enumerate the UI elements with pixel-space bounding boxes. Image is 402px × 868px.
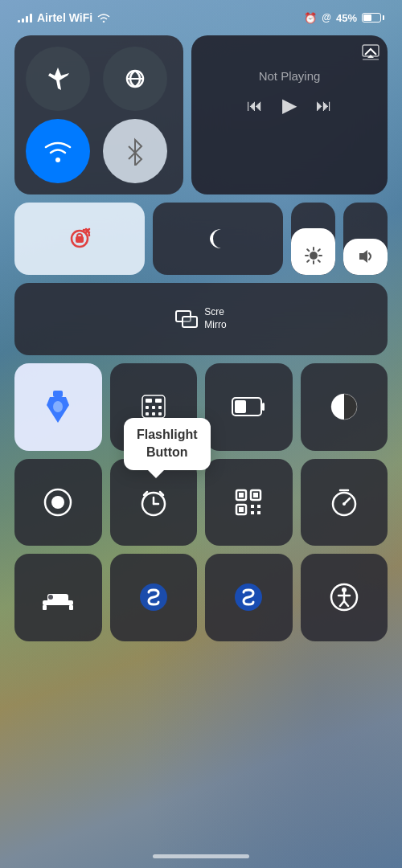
signal-bar-4	[30, 14, 32, 23]
low-power-button[interactable]	[205, 363, 293, 451]
row-1: Not Playing ⏮ ▶ ⏭	[14, 35, 388, 194]
do-not-disturb-button[interactable]	[153, 203, 283, 275]
svg-marker-19	[359, 250, 367, 263]
screen-record-button[interactable]	[14, 459, 102, 547]
svg-rect-35	[235, 400, 246, 413]
airplay-icon[interactable]	[362, 43, 379, 61]
shazam-icon	[138, 582, 169, 612]
signal-bar-2	[22, 18, 24, 23]
svg-rect-54	[257, 511, 260, 514]
connectivity-panel	[14, 35, 183, 194]
svg-rect-61	[69, 605, 73, 610]
signal-bar-3	[26, 16, 28, 23]
svg-rect-52	[257, 505, 260, 508]
svg-rect-29	[158, 406, 162, 409]
svg-point-23	[53, 401, 63, 412]
moon-icon	[203, 224, 232, 253]
status-right: ⏰ @ 45%	[304, 12, 384, 24]
accessibility-icon	[329, 582, 359, 612]
rotation-lock-icon	[64, 223, 95, 254]
icon-grid-3	[14, 554, 388, 641]
svg-rect-50	[239, 507, 244, 512]
signal-bar-1	[18, 20, 20, 23]
fast-forward-button[interactable]: ⏭	[316, 96, 332, 115]
sleep-button[interactable]	[14, 554, 102, 641]
svg-line-3	[129, 146, 135, 153]
battery-body	[362, 13, 381, 23]
bed-icon	[41, 583, 75, 612]
tooltip-line1: Flashlight	[137, 428, 198, 441]
cellular-data-button[interactable]	[103, 47, 167, 111]
calculator-icon	[139, 392, 168, 421]
svg-rect-49	[253, 493, 258, 497]
status-bar: Airtel WiFi ⏰ @ 45%	[0, 0, 402, 31]
svg-rect-25	[146, 399, 152, 403]
shazam-s-icon	[233, 582, 264, 612]
bluetooth-button[interactable]	[103, 119, 167, 183]
media-controls: ⏮ ▶ ⏭	[203, 94, 376, 117]
home-indicator[interactable]	[153, 854, 249, 858]
qr-scanner-button[interactable]	[205, 459, 293, 547]
svg-rect-53	[251, 511, 254, 514]
battery-low-icon	[232, 396, 265, 417]
control-center: Not Playing ⏮ ▶ ⏭	[0, 35, 402, 641]
svg-rect-21	[183, 317, 197, 327]
svg-line-71	[344, 601, 348, 606]
svg-rect-26	[155, 399, 162, 403]
svg-rect-9	[77, 234, 82, 238]
dark-mode-button[interactable]	[301, 363, 388, 451]
flashlight-icon	[45, 391, 71, 423]
row-2	[14, 203, 388, 275]
flashlight-tooltip: Flashlight Button	[124, 418, 211, 470]
wifi-status-icon	[97, 13, 110, 23]
svg-point-39	[51, 496, 64, 509]
flashlight-button[interactable]	[14, 363, 102, 451]
screen-mirror-icon	[175, 308, 198, 330]
svg-rect-22	[53, 391, 63, 397]
svg-rect-28	[152, 406, 155, 409]
alarm-icon	[138, 487, 169, 518]
play-button[interactable]: ▶	[282, 94, 297, 117]
svg-rect-31	[152, 412, 155, 416]
screen-mirror-button[interactable]: Scre Mirro	[14, 283, 388, 355]
rotation-lock-button[interactable]	[14, 203, 145, 275]
svg-line-15	[307, 249, 309, 251]
wifi-button[interactable]	[26, 119, 90, 183]
row-3: Scre Mirro	[14, 283, 388, 355]
svg-line-17	[318, 249, 319, 251]
shazam-button[interactable]	[110, 554, 198, 641]
music-recognition-button[interactable]	[205, 554, 293, 641]
svg-rect-60	[43, 605, 47, 610]
screen-record-icon	[43, 487, 73, 518]
status-left: Airtel WiFi	[18, 11, 110, 24]
svg-rect-27	[146, 406, 149, 409]
brightness-slider[interactable]	[291, 203, 335, 275]
svg-rect-34	[262, 403, 265, 411]
airplane-mode-button[interactable]	[26, 47, 90, 111]
battery-tip	[383, 15, 384, 20]
airplane-icon	[43, 64, 72, 93]
signal-icon	[18, 13, 32, 23]
svg-point-2	[55, 158, 60, 162]
svg-point-63	[48, 595, 53, 600]
timer-button[interactable]	[301, 459, 388, 547]
svg-rect-51	[251, 505, 254, 508]
svg-rect-48	[239, 493, 244, 497]
battery-indicator	[362, 13, 384, 23]
location-icon: @	[322, 12, 331, 23]
svg-line-18	[307, 260, 309, 262]
svg-rect-32	[158, 412, 162, 416]
carrier-label: Airtel WiFi	[37, 11, 92, 24]
svg-line-16	[318, 260, 319, 262]
svg-line-4	[129, 153, 135, 159]
media-player-panel[interactable]: Not Playing ⏮ ▶ ⏭	[191, 35, 388, 194]
cellular-icon	[121, 64, 150, 93]
qr-icon	[233, 487, 264, 518]
accessibility-button[interactable]	[301, 554, 388, 641]
airplay-symbol	[362, 43, 379, 61]
volume-icon	[357, 248, 375, 265]
rewind-button[interactable]: ⏮	[247, 96, 263, 115]
volume-slider[interactable]	[343, 203, 388, 275]
bluetooth-icon	[124, 137, 146, 166]
screen-mirror-label: Scre Mirro	[204, 306, 226, 331]
